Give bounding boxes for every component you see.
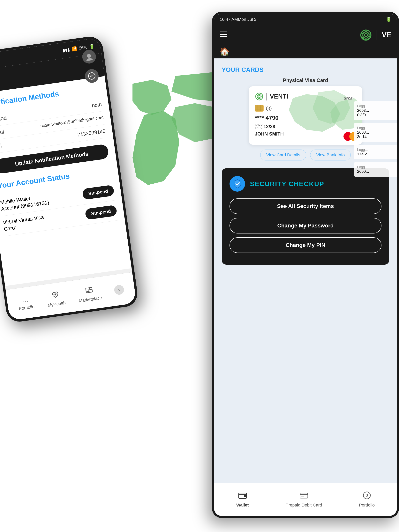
log-entry-3: Logg... 174.2 [354,145,397,159]
tablet-status-bar: 10:47 AM Mon Jul 3 🔋 [214,14,397,25]
card-venti-logo [255,92,264,101]
card-holder-name: JOHN SMITH [255,131,356,137]
tablet-right-device: 10:47 AM Mon Jul 3 🔋 VE [212,12,399,518]
email-label: Email [0,129,5,137]
cell-value: 7132599140 [77,128,106,138]
tablet-battery-icon: 🔋 [386,17,391,22]
portfolio-nav-label: Portfolio [19,304,35,311]
visa-card: VENTI )))) **** 4790 VALID T [249,86,362,145]
svg-point-0 [87,54,91,58]
wallet-label: Mobile Wallet Account:(999116131) [0,192,52,212]
card-valid-row: VALID THRU 12/28 [255,123,356,129]
log-entries-panel: Logg... 2603...0:8f0 Logg... 2603...3c:1… [354,101,397,180]
svg-point-4 [91,75,92,76]
log-3-text: 174.2 [357,152,394,156]
svg-point-18 [257,95,261,99]
svg-line-8 [88,288,89,293]
portfolio-tablet-nav-icon: $ [363,492,371,501]
svg-point-16 [364,33,367,37]
log-1-text: 2603...0:8f0 [357,108,394,117]
method-label: Method [0,115,7,123]
your-cards-title: YOUR CARDS [222,66,389,73]
tablet-bottom-nav: Wallet Prepaid Debit Card $ Portfolio [214,483,397,516]
tab-prepaid-debit-card[interactable]: Prepaid Debit Card [286,492,322,508]
svg-rect-20 [255,105,263,111]
log-entry-4: Logg... 2600... [354,162,397,177]
tab-portfolio[interactable]: $ Portfolio [359,492,375,508]
chat-icon[interactable] [84,68,100,84]
svg-point-1 [86,58,93,61]
wallet-nav-icon [238,492,247,501]
svg-line-10 [86,291,92,292]
card-brand-name: VENTI [270,93,288,100]
svg-point-17 [256,93,263,100]
avatar[interactable] [81,49,97,64]
svg-point-19 [258,95,260,98]
home-icon[interactable]: 🏠 [220,47,230,56]
svg-point-5 [92,75,94,76]
signal-icon: ▮▮▮ [63,47,70,53]
portfolio-icon: ... [22,295,29,304]
venti-brand-logo: VE [360,29,391,41]
wallet-suspend-button[interactable]: Suspend [82,185,115,200]
svg-rect-28 [300,493,308,498]
tablet-time: 10:47 AM [220,17,238,22]
home-icon-bar: 🏠 [214,45,397,58]
nav-chevron-right[interactable]: › [114,284,124,295]
prepaid-nav-icon [300,492,308,501]
portfolio-tablet-nav-label: Portfolio [359,503,375,508]
myhealth-nav-label: MyHealth [47,300,66,308]
svg-point-14 [361,30,371,40]
hamburger-menu-icon[interactable] [220,31,228,39]
account-status-section: Your Account Status Mobile Wallet Accoun… [0,166,118,236]
see-all-security-items-button[interactable]: See All Security Items [230,198,381,214]
brand-name: VE [382,31,391,39]
notification-methods-section: Notification Methods Method both Email n… [0,84,109,174]
log-4-text: 2600... [357,169,394,174]
tablet-topbar: VE [214,25,397,45]
svg-point-3 [90,76,91,77]
card-chip [255,105,264,112]
prepaid-nav-label: Prepaid Debit Card [286,503,322,508]
cell-label: Cell [0,143,2,150]
svg-rect-26 [244,495,246,497]
myhealth-icon [51,290,60,301]
virtual-label: Virtual Virtual Visa Card: [3,213,55,233]
physical-visa-label: Physical Visa Card [222,77,389,83]
nav-item-portfolio[interactable]: ... Portfolio [17,294,35,311]
log-entry-1: Logg... 2603...0:8f0 [354,101,397,120]
svg-text:$: $ [366,494,368,497]
battery-label: 56% [78,44,88,51]
tab-wallet[interactable]: Wallet [236,492,249,508]
log-2-text: 2603...3c:14 [357,130,394,139]
wallet-nav-label: Wallet [236,503,249,508]
nav-item-myhealth[interactable]: MyHealth [46,289,66,308]
contactless-icon: )))) [265,106,272,111]
security-checkup-title: SECURITY CHECKUP [250,180,324,188]
wifi-icon: 📶 [71,46,77,52]
change-pin-button[interactable]: Change My PIN [230,237,381,253]
battery-icon: 🔋 [89,44,95,50]
log-entry-2: Logg... 2603...3c:14 [354,123,397,142]
card-number: **** 4790 [255,114,356,121]
nav-item-marketplace[interactable]: Marketplace [77,284,102,304]
marketplace-icon [84,285,94,296]
svg-point-15 [363,32,369,38]
svg-line-9 [90,288,90,292]
virtual-suspend-button[interactable]: Suspend [85,205,117,220]
debit-label: debit [344,96,352,101]
marketplace-nav-label: Marketplace [78,295,102,303]
view-card-details-button[interactable]: View Card Details [260,150,306,160]
security-checkup-section: SECURITY CHECKUP See All Security Items … [222,168,389,265]
tablet-date: Mon Jul 3 [238,17,256,22]
change-password-button[interactable]: Change My Password [230,218,381,234]
view-bank-info-button[interactable]: View Bank Info [310,150,351,160]
card-expiry: 12/28 [264,124,275,129]
method-value: both [91,101,102,109]
svg-line-7 [86,289,92,290]
shield-icon [230,176,245,192]
